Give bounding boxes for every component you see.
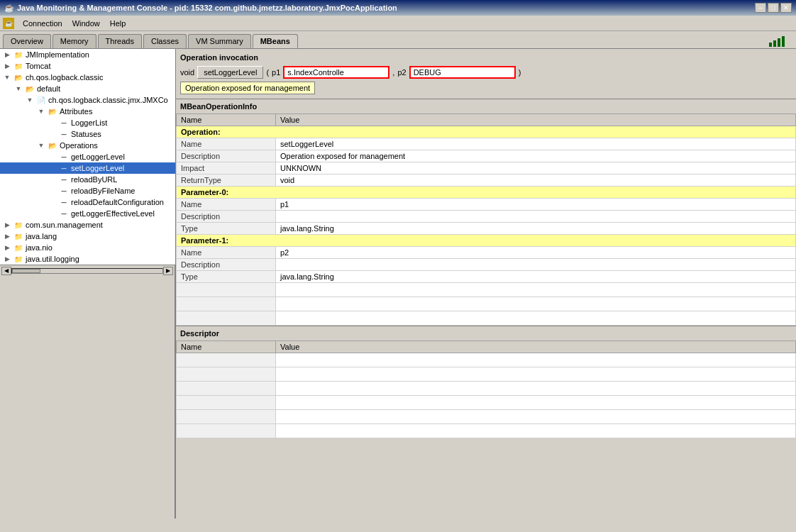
tree-item-reloaddefault[interactable]: ─ reloadDefaultConfiguration	[0, 196, 175, 208]
descriptor-title: Descriptor	[176, 326, 796, 340]
tree-label-getloggerlevel: getLoggerLevel	[71, 153, 125, 161]
tree-item-javanio[interactable]: ▶ 📁 java.nio	[0, 242, 175, 253]
table-row-empty	[177, 410, 796, 424]
tree-item-operations[interactable]: ▼ 📂 Operations	[0, 140, 175, 151]
tree-item-getloggerlevel[interactable]: ─ getLoggerLevel	[0, 151, 175, 162]
tree-item-reloadbyfilename[interactable]: ─ reloadByFileName	[0, 185, 175, 196]
table-row-empty	[177, 311, 796, 326]
leaf-icon: ─	[58, 118, 70, 128]
tree-label-javautillogging: java.util.logging	[26, 255, 79, 263]
section-param1: Parameter-1:	[177, 235, 796, 247]
window-title: Java Monitoring & Management Console - p…	[17, 4, 397, 12]
tree-item-javalang[interactable]: ▶ 📁 java.lang	[0, 231, 175, 242]
set-logger-level-button[interactable]: setLoggerLevel	[197, 66, 263, 79]
row-p0name-label: Name	[177, 199, 276, 211]
signal-area	[769, 35, 793, 48]
tab-threads[interactable]: Threads	[98, 34, 142, 48]
row-desc-value: Operation exposed for management	[276, 150, 796, 162]
tree-item-jmimpl[interactable]: ▶ 📁 JMImplementation	[0, 49, 175, 60]
comma: ,	[392, 68, 394, 77]
row-p1desc-value	[276, 259, 796, 271]
table-row: Name p1	[177, 199, 796, 211]
leaf-icon: ─	[58, 197, 70, 207]
folder-open-icon: 📂	[24, 84, 35, 94]
tree-toggle-default: ▼	[13, 85, 24, 92]
tree-item-reloadbyurl[interactable]: ─ reloadByURL	[0, 174, 175, 185]
folder-icon: 📁	[13, 231, 24, 241]
leaf-icon: ─	[58, 209, 70, 218]
table-row-empty	[177, 283, 796, 297]
scroll-thumb[interactable]	[12, 269, 40, 273]
tab-memory[interactable]: Memory	[52, 34, 96, 48]
menu-help[interactable]: Help	[106, 18, 131, 29]
tree-item-tomcat[interactable]: ▶ 📁 Tomcat	[0, 60, 175, 72]
table-row: Parameter-0:	[177, 187, 796, 199]
tree-item-jmxco[interactable]: ▼ 📄 ch.qos.logback.classic.jmx.JMXCo	[0, 94, 175, 106]
tree-item-default[interactable]: ▼ 📂 default	[0, 83, 175, 94]
scroll-left-button[interactable]: ◀	[1, 267, 11, 275]
folder-icon: 📁	[13, 61, 24, 71]
descriptor-header-row: Name Value	[177, 341, 796, 353]
table-row: Description Operation exposed for manage…	[177, 150, 796, 162]
table-row: Name setLoggerLevel	[177, 138, 796, 150]
scroll-track[interactable]	[11, 268, 163, 274]
scroll-right-button[interactable]: ▶	[163, 267, 173, 275]
tree-item-setloggerlevel[interactable]: ─ setLoggerLevel	[0, 162, 175, 174]
minimize-button[interactable]: ─	[755, 3, 766, 13]
tree-toggle: ▶	[1, 62, 13, 70]
table-row-empty	[177, 396, 796, 410]
tree-label-getloggereffective: getLoggerEffectiveLevel	[71, 209, 155, 218]
leaf-icon: 📄	[35, 95, 47, 105]
menu-connection[interactable]: Connection	[18, 18, 67, 29]
svg-rect-3	[782, 36, 785, 47]
tree-label-sunmgmt: com.sun.management	[26, 221, 103, 229]
tree-label-tomcat: Tomcat	[26, 62, 50, 70]
table-row-empty	[177, 367, 796, 382]
row-p0type-label: Type	[177, 223, 276, 235]
tab-overview[interactable]: Overview	[3, 34, 51, 48]
tab-classes[interactable]: Classes	[143, 34, 187, 48]
tab-mbeans[interactable]: MBeans	[253, 34, 298, 48]
col-name-header: Name	[177, 114, 276, 126]
p2-input[interactable]	[409, 66, 516, 79]
close-button[interactable]: ✕	[780, 3, 792, 13]
tree-toggle: ▶	[1, 244, 13, 251]
left-container: ▶ 📁 JMImplementation ▶ 📁 Tomcat ▼ 📂 ch.q…	[0, 49, 176, 519]
tree-item-loggerlist[interactable]: ─ LoggerList	[0, 117, 175, 128]
p1-input[interactable]	[283, 66, 389, 79]
tree-panel: ▶ 📁 JMImplementation ▶ 📁 Tomcat ▼ 📂 ch.q…	[0, 49, 176, 265]
row-impact-label: Impact	[177, 162, 276, 174]
window-title-bar: ☕ Java Monitoring & Management Console -…	[0, 0, 796, 16]
tree-toggle-logback: ▼	[1, 74, 13, 81]
row-returntype-value: void	[276, 174, 796, 187]
table-row-empty	[177, 382, 796, 396]
maximize-button[interactable]: □	[768, 3, 779, 13]
window-controls: ─ □ ✕	[755, 3, 792, 13]
app-menu-icon: ☕	[3, 18, 14, 29]
tree-label-attributes: Attributes	[60, 107, 92, 116]
tree-item-sunmgmt[interactable]: ▶ 📁 com.sun.management	[0, 219, 175, 231]
table-row: Type java.lang.String	[177, 271, 796, 283]
tree-item-javautillogging[interactable]: ▶ 📁 java.util.logging	[0, 253, 175, 265]
row-p1name-label: Name	[177, 247, 276, 259]
descriptor-col-value: Value	[276, 341, 796, 353]
row-impact-value: UNKNOWN	[276, 162, 796, 174]
table-row: ReturnType void	[177, 174, 796, 187]
menu-window[interactable]: Window	[68, 18, 104, 29]
paren-close: )	[519, 68, 521, 77]
signal-icon	[769, 35, 789, 47]
horizontal-scrollbar[interactable]: ◀ ▶	[0, 265, 175, 276]
tree-item-logback[interactable]: ▼ 📂 ch.qos.logback.classic	[0, 72, 175, 83]
app-icon: ☕	[4, 4, 14, 13]
tree-item-attributes[interactable]: ▼ 📂 Attributes	[0, 106, 175, 117]
tree-label-reloadbyurl: reloadByURL	[71, 175, 117, 184]
table-row-empty	[177, 353, 796, 367]
tree-item-statuses[interactable]: ─ Statuses	[0, 128, 175, 140]
window-title-left: ☕ Java Monitoring & Management Console -…	[4, 4, 397, 13]
tab-vmsummary[interactable]: VM Summary	[188, 34, 251, 48]
table-row: Name p2	[177, 247, 796, 259]
tabs: Overview Memory Threads Classes VM Summa…	[3, 34, 298, 48]
tree-item-getloggereffective[interactable]: ─ getLoggerEffectiveLevel	[0, 208, 175, 219]
descriptor-table: Name Value	[176, 340, 796, 438]
tree-label-operations: Operations	[60, 141, 98, 150]
